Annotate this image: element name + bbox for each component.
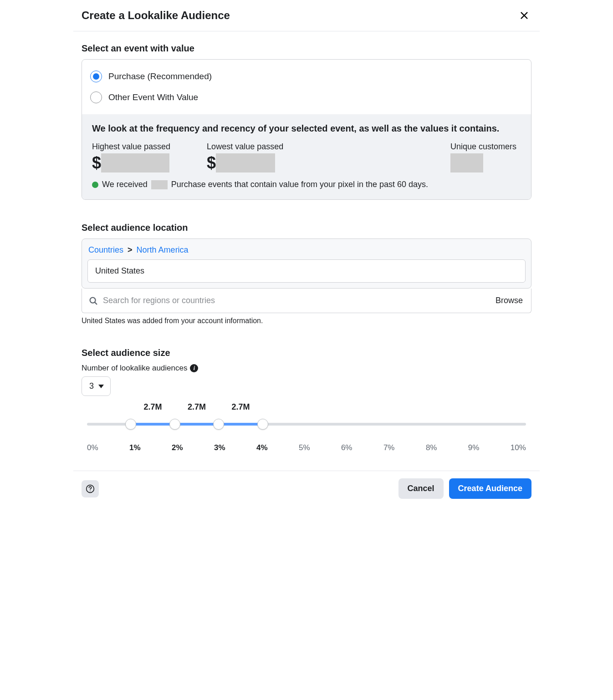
event-info-panel: We look at the frequency and recency of … [82,114,531,199]
help-icon [86,484,95,493]
stat-label: Highest value passed [92,142,170,152]
radio-icon [90,91,102,103]
dialog-title: Create a Lookalike Audience [82,9,230,22]
create-audience-button[interactable]: Create Audience [449,478,531,499]
location-breadcrumb: Countries > North America [88,245,526,255]
status-dot-icon [92,182,98,188]
segment-label: 2.7M [144,402,162,412]
stat-lowest: Lowest value passed $ [207,142,283,172]
events-heading: Select an event with value [82,43,531,54]
location-card: Countries > North America United States [82,238,531,289]
slider-tick-labels: 0% 1% 2% 3% 4% 5% 6% 7% 8% 9% 10% [87,443,526,452]
redacted-value [450,153,483,172]
event-info-heading: We look at the frequency and recency of … [92,123,521,134]
help-button[interactable] [82,480,99,497]
slider-handle[interactable] [213,419,224,430]
tick-label: 1% [129,443,141,452]
redacted-value [216,153,275,172]
tick-label: 3% [214,443,225,452]
event-option-label: Purchase (Recommended) [108,71,212,81]
breadcrumb-countries[interactable]: Countries [88,245,123,254]
size-subheading: Number of lookalike audiences i [82,364,531,373]
stat-unique: Unique customers [450,142,516,172]
tick-label: 0% [87,443,98,452]
location-hint: United States was added from your accoun… [82,317,531,325]
tick-label: 6% [341,443,352,452]
segment-label: 2.7M [188,402,206,412]
currency-symbol: $ [207,155,216,171]
browse-button[interactable]: Browse [496,296,523,305]
radio-icon [90,71,102,82]
breadcrumb-region[interactable]: North America [137,245,189,254]
chevron-down-icon [98,385,104,388]
size-subheading-text: Number of lookalike audiences [82,364,187,373]
stat-label: Unique customers [450,142,516,152]
audience-count-value: 3 [89,381,94,391]
slider-handle[interactable] [169,419,180,430]
tick-label: 8% [426,443,437,452]
slider-fill [131,423,262,426]
event-option-label: Other Event With Value [108,92,198,102]
close-icon [519,10,529,20]
audience-count-select[interactable]: 3 [82,376,111,396]
svg-line-3 [95,302,97,304]
audience-size-slider[interactable]: 2.7M 2.7M 2.7M [87,419,526,430]
status-text-suffix: Purchase events that contain value from … [171,180,428,189]
location-search-input[interactable] [98,296,496,305]
tick-label: 10% [511,443,526,452]
tick-label: 4% [256,443,268,452]
segment-label: 2.7M [231,402,250,412]
breadcrumb-separator: > [128,245,133,254]
location-heading: Select audience location [82,223,531,233]
close-button[interactable] [517,8,531,23]
stat-highest: Highest value passed $ [92,142,170,172]
event-option-other[interactable]: Other Event With Value [88,87,524,108]
tick-label: 2% [172,443,183,452]
size-heading: Select audience size [82,348,531,358]
redacted-value [101,153,169,172]
slider-handle[interactable] [125,419,136,430]
pixel-status-line: We received Purchase events that contain… [92,180,521,189]
event-option-purchase[interactable]: Purchase (Recommended) [88,66,524,87]
svg-point-5 [90,490,91,491]
currency-symbol: $ [92,155,101,171]
slider-handle[interactable] [257,419,268,430]
redacted-count [151,180,168,189]
info-icon[interactable]: i [190,364,198,372]
tick-label: 9% [468,443,480,452]
selected-location[interactable]: United States [87,259,526,283]
tick-label: 5% [299,443,310,452]
location-search-row: Browse [82,289,531,313]
tick-label: 7% [383,443,395,452]
event-card: Purchase (Recommended) Other Event With … [82,59,531,200]
status-text-prefix: We received [102,180,148,189]
stat-label: Lowest value passed [207,142,283,152]
search-icon [88,296,98,306]
cancel-button[interactable]: Cancel [398,478,444,499]
